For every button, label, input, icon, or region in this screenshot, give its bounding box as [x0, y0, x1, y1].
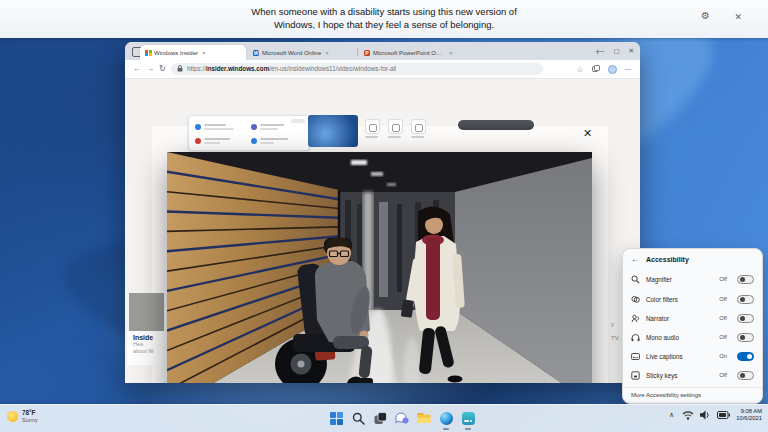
captions-settings-gear-icon[interactable]: ⚙	[701, 11, 710, 21]
tray-date: 10/6/2021	[736, 415, 762, 422]
task-view-button[interactable]	[372, 410, 388, 426]
video-player[interactable]	[167, 152, 592, 383]
weather-condition: Sunny	[22, 417, 38, 424]
microsoft-logo-icon	[145, 50, 151, 56]
caption-line-2: Windows, I hope that they feel a sense o…	[0, 18, 768, 31]
mono-audio-icon	[631, 333, 640, 342]
address-bar[interactable]: https://insider.windows.com/en-us/inside…	[171, 63, 543, 75]
color-filters-icon	[631, 295, 640, 304]
popup-item-text	[260, 124, 284, 130]
narrator-toggle[interactable]	[737, 314, 754, 323]
back-icon[interactable]: ←	[133, 63, 141, 75]
running-indicator	[443, 428, 449, 430]
back-arrow-icon[interactable]: ←	[631, 255, 639, 264]
favorites-star-icon[interactable]: ☆	[577, 65, 584, 74]
sticky-keys-icon	[631, 371, 640, 380]
article-thumbnail[interactable]	[129, 293, 164, 331]
search-icon	[352, 412, 365, 425]
toolbar-right-icons: ☆ ⋯	[577, 62, 632, 76]
accessibility-header: ← Accessibility	[631, 255, 689, 264]
live-captions-text: When someone with a disability starts us…	[0, 5, 768, 31]
captions-close-icon[interactable]: ✕	[734, 12, 742, 22]
chat-icon	[395, 412, 409, 425]
page-action-button[interactable]	[388, 119, 403, 134]
battery-icon[interactable]	[717, 411, 730, 419]
page-action-label	[411, 136, 424, 138]
start-icon	[330, 412, 343, 425]
forward-icon[interactable]: →	[146, 63, 154, 75]
page-popup-card	[188, 115, 310, 151]
tab-strip: Windows Insider × W Microsoft Word Onlin…	[125, 42, 640, 60]
page-action-label	[388, 136, 401, 138]
taskbar: 78°F Sunny	[0, 404, 768, 432]
refresh-icon[interactable]: ↻	[159, 63, 166, 75]
more-accessibility-settings-link[interactable]: More Accessibility settings	[631, 392, 701, 398]
page-image-thumbnail[interactable]	[308, 115, 358, 147]
profile-avatar[interactable]	[608, 65, 617, 74]
tab-windows-insider[interactable]: Windows Insider ×	[140, 45, 246, 60]
maximize-button[interactable]: ▢	[613, 44, 619, 58]
app-dot-icon	[195, 138, 201, 144]
popup-item[interactable]	[251, 138, 288, 144]
tab-word-online[interactable]: W Microsoft Word Online ×	[248, 45, 356, 60]
clock[interactable]: 9:08 AM 10/6/2021	[736, 408, 762, 422]
video-scene	[167, 152, 592, 383]
file-explorer-button[interactable]	[416, 410, 432, 426]
popup-more-pill[interactable]	[291, 119, 305, 123]
powerpoint-logo-icon: P	[364, 50, 370, 56]
search-button[interactable]	[350, 410, 366, 426]
magnifier-toggle[interactable]	[737, 275, 754, 284]
weather-widget[interactable]: 78°F Sunny	[7, 409, 38, 424]
sun-icon	[7, 411, 18, 422]
tab-close-icon[interactable]: ×	[449, 50, 453, 56]
window-controls: ─ ▢ ✕	[600, 44, 634, 58]
url-text: https://insider.windows.com/en-us/inside…	[187, 65, 396, 72]
edge-icon	[440, 412, 453, 425]
tab-close-icon[interactable]: ×	[325, 50, 329, 56]
popup-item[interactable]	[195, 138, 230, 144]
tab-label: Microsoft PowerPoint Online	[373, 50, 445, 56]
running-indicator	[465, 428, 471, 430]
chat-button[interactable]	[394, 410, 410, 426]
minimize-button[interactable]: ─	[600, 44, 605, 58]
live-captions-bar: When someone with a disability starts us…	[0, 0, 768, 38]
page-action-label	[365, 136, 378, 138]
volume-icon[interactable]	[700, 410, 711, 420]
sticky-keys-toggle[interactable]	[737, 371, 754, 380]
file-explorer-icon	[417, 412, 431, 424]
clipped-page-text: y TV	[611, 317, 619, 345]
mono-audio-toggle[interactable]	[737, 333, 754, 342]
narrator-icon	[631, 314, 640, 323]
task-view-icon	[374, 412, 387, 425]
more-menu-icon[interactable]: ⋯	[625, 65, 633, 74]
live-captions-toggle[interactable]	[737, 352, 754, 361]
magnifier-icon	[631, 275, 640, 284]
row-magnifier: Magnifier Off	[631, 271, 754, 287]
popup-item[interactable]	[195, 124, 234, 130]
desktop: When someone with a disability starts us…	[0, 0, 768, 432]
close-button[interactable]: ✕	[629, 44, 634, 58]
collections-icon[interactable]	[592, 65, 600, 73]
row-sticky-keys: Sticky keys Off	[631, 367, 754, 383]
app-dot-icon	[195, 124, 201, 130]
tab-label: Microsoft Word Online	[262, 50, 321, 56]
tray-expand-icon[interactable]: ∧	[669, 411, 674, 419]
color-filters-toggle[interactable]	[737, 295, 754, 304]
tab-powerpoint-online[interactable]: P Microsoft PowerPoint Online ×	[359, 45, 473, 60]
popup-item[interactable]	[251, 124, 284, 130]
edge-button[interactable]	[438, 410, 454, 426]
page-dark-banner	[458, 120, 534, 130]
wifi-icon[interactable]	[682, 410, 694, 420]
edge-browser-window: Windows Insider × W Microsoft Word Onlin…	[125, 42, 640, 383]
row-mono-audio: Mono audio Off	[631, 329, 754, 345]
tab-close-icon[interactable]: ×	[202, 50, 206, 56]
video-close-icon[interactable]: ✕	[583, 127, 592, 139]
page-action-button[interactable]	[411, 119, 426, 134]
start-button[interactable]	[328, 410, 344, 426]
page-action-button[interactable]	[365, 119, 380, 134]
media-app-button[interactable]	[460, 410, 476, 426]
app-dot-icon	[251, 124, 257, 130]
article-card[interactable]: Inside Hea about W	[127, 331, 169, 365]
lock-icon	[177, 65, 183, 72]
app-dot-icon	[251, 138, 257, 144]
